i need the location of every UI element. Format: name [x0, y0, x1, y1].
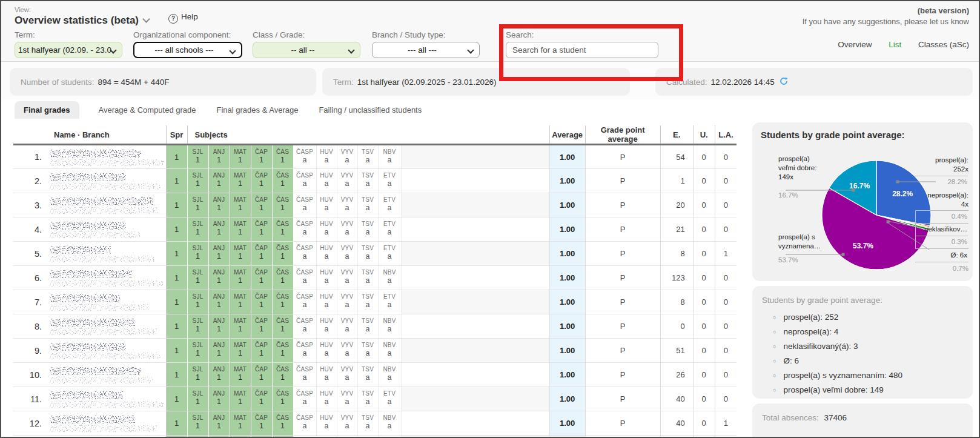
page-title[interactable]: Overview statistics (beta) [15, 15, 149, 27]
subject-cell: TSVa [357, 290, 378, 314]
subject-cell: ČAP1 [251, 339, 272, 363]
search-input[interactable] [506, 42, 658, 58]
table-row: 1SJLANJMATČAPČASČASPHUVVYVTSVNBV [13, 436, 737, 437]
col-e[interactable]: E. [660, 125, 693, 145]
row-filler [401, 387, 549, 411]
subject-cell: HUVa [316, 193, 337, 217]
tab-final-grades-average[interactable]: Final grades & Average [216, 101, 300, 119]
top-bar: View: Overview statistics (beta) ?Help (… [1, 1, 979, 62]
col-gpa[interactable]: Grade point average [585, 125, 660, 145]
tab-average-computed-grade[interactable]: Average & Computed grade [98, 101, 197, 119]
org-filter-group: Organizational component: --- all school… [133, 30, 242, 58]
col-la[interactable]: L.A. [715, 125, 737, 145]
gpa-cell: P [585, 339, 660, 363]
absences-label: Total absences: [762, 413, 819, 422]
average-cell: 1.00 [549, 217, 585, 242]
subject-cell: ETVa [378, 290, 401, 314]
col-spr[interactable]: Spr [166, 125, 187, 145]
gpa-cell: P [585, 290, 660, 314]
table-row: 6.1SJL1ANJ1MAT1ČAP1ČAS1ČASPaHUVaVYVaTSVa… [13, 266, 737, 290]
subject-cell: ČAP1 [251, 242, 272, 266]
subject-cell: HUVa [316, 242, 337, 266]
callout-prospel-velmi-dobre: prospel(a)veľmi dobre:149x [778, 154, 816, 182]
subject-cell: NBVa [378, 314, 401, 339]
student-name-redacted[interactable] [48, 290, 166, 314]
table-header-row: Name · Branch Spr Subjects Average Grade… [13, 125, 737, 145]
table-row: 2.1SJL1ANJ1MAT1ČAP1ČAS1ČASPaHUVaVYVaTSVa… [13, 169, 737, 193]
subject-cell: ČAP1 [251, 411, 272, 436]
student-index: 4. [13, 217, 48, 242]
callout-s-vyznamenanim-pct: 53.7% [778, 256, 798, 264]
subject-cell: ČAS1 [272, 145, 293, 169]
col-name-branch[interactable]: Name · Branch [48, 125, 166, 145]
row-filler [401, 314, 549, 339]
spr-cell: 1 [166, 387, 187, 411]
subject-cell: VYVa [337, 290, 357, 314]
student-name-redacted[interactable] [48, 314, 166, 339]
col-subjects: Subjects [187, 125, 549, 145]
gpa-cell: P [585, 242, 660, 266]
subject-cell: ČAP1 [251, 290, 272, 314]
col-average[interactable]: Average [549, 125, 585, 145]
student-name-redacted[interactable] [48, 217, 166, 242]
help-button[interactable]: ?Help [168, 12, 198, 24]
calculated-card: Calculated: 12.02.2026 14:45 [655, 68, 973, 96]
refresh-icon[interactable] [780, 77, 788, 87]
search-group: Search: [506, 30, 534, 42]
student-name-redacted[interactable] [48, 266, 166, 290]
branch-select[interactable]: --- all --- [372, 42, 480, 58]
org-select[interactable]: --- all schools --- [133, 42, 242, 58]
callout-marker [842, 253, 845, 256]
excused-absences-cell: 20 [660, 193, 693, 217]
subject-cell: MAT1 [230, 193, 251, 217]
term-info-card: Term: 1st halfyear (02.09.2025 - 23.01.2… [322, 68, 630, 96]
student-name-redacted[interactable] [48, 193, 166, 217]
tab-bar: Final gradesAverage & Computed gradeFina… [15, 100, 423, 119]
nav-classes[interactable]: Classes (aSc) [918, 40, 969, 49]
subject-cell: ČASPa [293, 339, 316, 363]
tab-failing-unclassified-students[interactable]: Failing / unclassified students [317, 101, 423, 119]
subject-cell: ANJ [208, 436, 230, 437]
subject-cell: SJL1 [187, 290, 208, 314]
col-u[interactable]: U. [693, 125, 715, 145]
nav-list[interactable]: List [889, 40, 901, 49]
unexcused-absences-cell: 0 [693, 217, 715, 242]
tab-final-grades[interactable]: Final grades [15, 101, 79, 119]
student-name-redacted[interactable] [48, 339, 166, 363]
unexcused-absences-cell: 0 [693, 242, 715, 266]
subject-cell: SJL1 [187, 217, 208, 242]
student-name-redacted[interactable] [48, 411, 166, 436]
subject-cell: TSVa [357, 193, 378, 217]
student-name-redacted[interactable] [48, 363, 166, 387]
student-name-redacted[interactable] [48, 387, 166, 411]
subject-cell: ČAS1 [272, 387, 293, 411]
student-name-redacted[interactable] [48, 145, 166, 169]
subject-cell: VYVa [337, 193, 357, 217]
subject-cell: VYV [337, 436, 357, 437]
subject-cell: VYVa [337, 217, 357, 242]
subject-cell: ETVa [378, 242, 401, 266]
term-select[interactable]: 1st halfyear (02.09. - 23.0 [15, 42, 122, 58]
student-name-redacted[interactable] [48, 169, 166, 193]
term-label: Term: [15, 30, 122, 39]
student-index: 9. [13, 339, 48, 363]
subject-cell: ČAS1 [272, 217, 293, 242]
chevron-down-icon [467, 47, 474, 53]
student-index [13, 436, 48, 437]
subject-cell: SJL1 [187, 266, 208, 290]
summary-title: Students by grade point average: [762, 296, 882, 305]
students-count-value: 894 = 454M + 440F [98, 78, 170, 87]
excused-absences-cell: 123 [660, 266, 693, 290]
excused-absences-cell: 54 [660, 145, 693, 169]
nav-overview[interactable]: Overview [838, 40, 872, 49]
subject-cell: MAT1 [230, 363, 251, 387]
class-select[interactable]: -- all -- [253, 42, 360, 58]
student-name-redacted[interactable] [48, 436, 166, 437]
calculated-value: 12.02.2026 14:45 [711, 78, 775, 87]
unexcused-absences-cell [693, 436, 715, 437]
student-name-redacted[interactable] [48, 242, 166, 266]
late-arrivals-cell: 0 [715, 193, 737, 217]
subject-cell: ČASPa [293, 169, 316, 193]
row-filler [401, 217, 549, 242]
callout-right-column: prospel(a):252x28.2%neprospel(a):4x0.4%n… [915, 156, 968, 273]
